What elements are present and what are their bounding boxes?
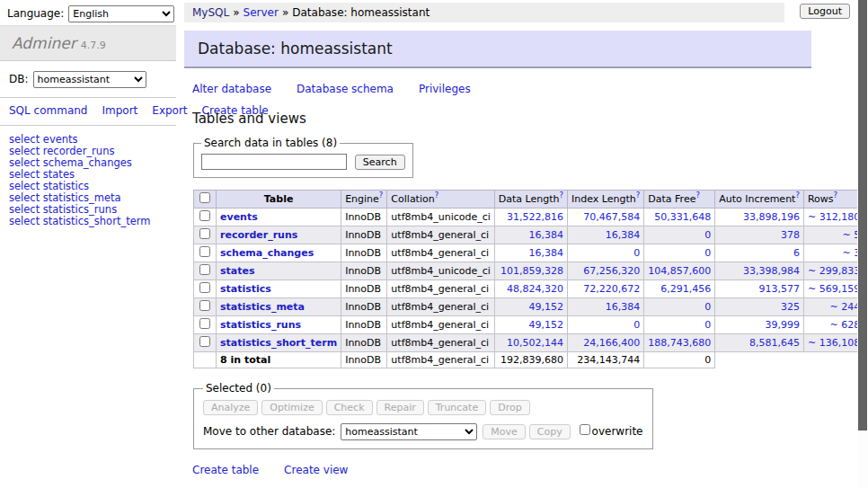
total-row: 8 in totalInnoDButf8mb4_general_ci192,83…: [194, 352, 868, 368]
overwrite-label: overwrite: [592, 425, 643, 438]
help-link[interactable]: ?: [695, 191, 700, 200]
sidebar-action-link[interactable]: Import: [102, 104, 137, 117]
auto-increment-cell: 378: [715, 226, 804, 244]
move-copy-button[interactable]: Copy: [529, 424, 571, 439]
sidebar-item-select-table[interactable]: select statistics_short_term: [9, 215, 150, 227]
table-name-cell: events: [217, 209, 341, 226]
selected-buttons: AnalyzeOptimizeCheckRepairTruncateDrop: [203, 400, 643, 415]
selected-fieldset: Selected (0) AnalyzeOptimizeCheckRepairT…: [193, 382, 653, 449]
breadcrumb-current: Database: homeassistant: [292, 6, 430, 19]
selected-action-button[interactable]: Analyze: [203, 400, 258, 415]
table-name-link[interactable]: schema_changes: [220, 247, 314, 259]
selected-action-button[interactable]: Check: [326, 400, 373, 415]
row-checkbox[interactable]: [199, 300, 210, 311]
table-body: eventsInnoDButf8mb4_unicode_ci31,522,816…: [194, 209, 868, 368]
select-all-cell: [194, 191, 217, 209]
database-action-links: Alter databaseDatabase schemaPrivileges: [192, 83, 858, 95]
move-copy-button[interactable]: Move: [483, 424, 526, 439]
data-free-cell: 50,331,648: [644, 209, 715, 226]
index-length-cell: 67,256,320: [568, 262, 644, 280]
table-row: statistics_short_termInnoDButf8mb4_gener…: [194, 334, 868, 352]
sidebar-item-select-table[interactable]: select statistics: [9, 180, 89, 192]
table-name-link[interactable]: statistics_runs: [220, 319, 301, 331]
breadcrumb-mysql-link[interactable]: MySQL: [192, 6, 229, 19]
column-header: Data Length?: [494, 191, 567, 209]
row-checkbox[interactable]: [199, 336, 210, 347]
table-name-link[interactable]: statistics: [220, 283, 271, 295]
sidebar-item-select-table[interactable]: select schema_changes: [9, 156, 132, 169]
table-name-link[interactable]: statistics_meta: [220, 301, 305, 313]
row-checkbox[interactable]: [199, 246, 210, 257]
help-link[interactable]: ?: [834, 191, 838, 200]
data-length-cell: 101,859,328: [494, 262, 567, 280]
tables-table: TableEngine?Collation?Data Length?Index …: [193, 190, 868, 368]
sidebar-item-select-table[interactable]: select recorder_runs: [9, 145, 114, 157]
table-row: statisticsInnoDButf8mb4_general_ci48,824…: [194, 280, 868, 298]
language-select[interactable]: English: [68, 5, 174, 22]
sidebar-item-select-table[interactable]: select statistics_meta: [9, 191, 121, 204]
sidebar-action-link[interactable]: Export: [152, 104, 187, 117]
engine-cell: InnoDB: [341, 244, 387, 262]
database-action-link[interactable]: Alter database: [192, 83, 271, 95]
sidebar-item-select-table[interactable]: select states: [9, 168, 75, 181]
help-link[interactable]: ?: [795, 191, 800, 200]
index-length-cell: 16,384: [568, 298, 644, 316]
row-checkbox[interactable]: [199, 318, 210, 329]
help-link[interactable]: ?: [560, 191, 564, 200]
move-buttons: MoveCopy: [483, 425, 573, 438]
sidebar-item-select-table[interactable]: select events: [9, 133, 78, 146]
select-all-checkbox[interactable]: [199, 192, 210, 203]
index-length-cell: 24,166,400: [568, 334, 644, 352]
table-name-cell: statistics_meta: [217, 298, 341, 316]
search-button[interactable]: Search: [355, 155, 405, 170]
table-name-link[interactable]: states: [220, 265, 255, 277]
move-database-select[interactable]: homeassistant: [341, 423, 477, 440]
data-free-cell: 6,291,456: [644, 280, 715, 298]
create-link[interactable]: Create table: [192, 464, 259, 476]
selected-action-button[interactable]: Optimize: [261, 400, 322, 415]
table-name-link[interactable]: events: [220, 211, 258, 223]
scrollbar-thumb[interactable]: [858, 0, 867, 430]
selected-action-button[interactable]: Truncate: [428, 400, 486, 415]
data-length-cell: 48,824,320: [494, 280, 567, 298]
selected-action-button[interactable]: Drop: [490, 400, 529, 415]
vertical-scrollbar[interactable]: [857, 0, 868, 488]
rows-cell: ~ 312,180: [803, 209, 864, 226]
database-action-link[interactable]: Privileges: [419, 83, 471, 95]
column-header: Index Length?: [568, 191, 644, 209]
table-name-link[interactable]: recorder_runs: [220, 229, 297, 241]
overwrite-checkbox[interactable]: [580, 424, 590, 435]
data-free-cell: 0: [644, 226, 715, 244]
create-link[interactable]: Create view: [284, 464, 348, 476]
data-free-cell: 104,857,600: [644, 262, 715, 280]
row-checkbox-cell: [194, 244, 217, 262]
data-length-cell: 16,384: [494, 244, 567, 262]
sidebar-action-link[interactable]: SQL command: [9, 104, 87, 117]
data-length-cell: 10,502,144: [494, 334, 567, 352]
selected-action-button[interactable]: Repair: [376, 400, 424, 415]
row-checkbox-cell: [194, 209, 217, 226]
collation-cell: utf8mb4_general_ci: [387, 280, 494, 298]
index-length-cell: 0: [568, 244, 644, 262]
breadcrumb-server-link[interactable]: Server: [244, 6, 279, 19]
row-checkbox[interactable]: [199, 228, 210, 239]
table-name-link[interactable]: statistics_short_term: [220, 337, 337, 349]
table-name-cell: states: [217, 262, 341, 280]
help-link[interactable]: ?: [435, 191, 439, 200]
database-action-link[interactable]: Database schema: [297, 83, 394, 95]
row-checkbox[interactable]: [199, 264, 210, 275]
row-checkbox[interactable]: [199, 282, 210, 293]
row-checkbox-cell: [194, 262, 217, 280]
sidebar-item-select-table[interactable]: select statistics_runs: [9, 203, 117, 216]
row-checkbox[interactable]: [199, 210, 210, 221]
db-select[interactable]: homeassistant: [33, 71, 146, 88]
help-link[interactable]: ?: [379, 191, 384, 200]
search-input[interactable]: [201, 154, 347, 170]
sidebar: Adminer4.7.9 DB:homeassistant SQL comman…: [0, 25, 176, 227]
data-free-cell: 188,743,680: [644, 334, 715, 352]
tables-heading: Tables and views: [192, 111, 858, 127]
table-row: schema_changesInnoDButf8mb4_general_ci16…: [194, 244, 868, 262]
rows-cell: ~ 569,159: [803, 280, 864, 298]
help-link[interactable]: ?: [636, 191, 641, 200]
rows-cell: ~ 628: [803, 316, 864, 334]
